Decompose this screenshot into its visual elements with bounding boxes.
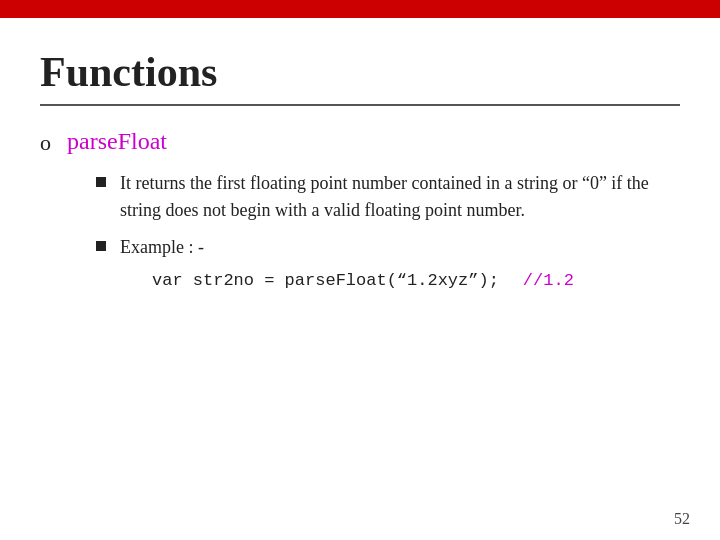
- sub-bullet-1: [96, 177, 106, 187]
- sub-list: It returns the first floating point numb…: [96, 170, 680, 290]
- page-number: 52: [674, 510, 690, 528]
- title-divider: [40, 104, 680, 106]
- code-comment: //1.2: [523, 271, 574, 290]
- code-line: var str2no = parseFloat(“1.2xyz”); //1.2: [152, 271, 680, 290]
- main-content: Functions o parseFloat It returns the fi…: [0, 18, 720, 540]
- sub-text-2: Example : -: [120, 234, 204, 261]
- main-bullet: o: [40, 130, 51, 156]
- section-heading: parseFloat: [67, 128, 167, 155]
- sub-text-1: It returns the first floating point numb…: [120, 170, 680, 224]
- list-item: It returns the first floating point numb…: [96, 170, 680, 224]
- main-section: o parseFloat: [40, 128, 680, 156]
- top-bar: [0, 0, 720, 18]
- page-title: Functions: [40, 48, 680, 96]
- sub-bullet-2: [96, 241, 106, 251]
- list-item: Example : -: [96, 234, 680, 261]
- code-prefix: var str2no = parseFloat(“1.2xyz”);: [152, 271, 499, 290]
